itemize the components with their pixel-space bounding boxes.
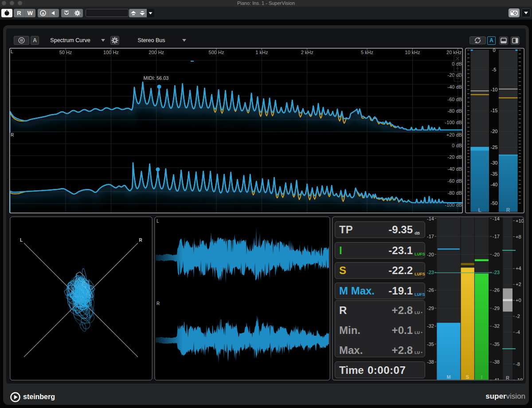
svg-text:Max.: Max. bbox=[339, 344, 363, 356]
svg-text:-23: -23 bbox=[493, 270, 500, 275]
svg-text:Min.: Min. bbox=[339, 324, 360, 336]
svg-text:+4: +4 bbox=[516, 266, 521, 271]
svg-text:10 kHz: 10 kHz bbox=[405, 50, 420, 55]
svg-text:L: L bbox=[11, 49, 13, 54]
svg-text:R: R bbox=[506, 375, 509, 381]
svg-text:LUFS: LUFS bbox=[415, 252, 425, 256]
svg-text:+0.1: +0.1 bbox=[392, 324, 413, 336]
svg-text:Time: Time bbox=[339, 364, 364, 376]
svg-text:-20: -20 bbox=[491, 129, 498, 134]
svg-text:-80 dB: -80 dB bbox=[448, 108, 462, 114]
svg-text:-60 dB: -60 dB bbox=[448, 178, 462, 184]
svg-text:LUFS: LUFS bbox=[415, 292, 425, 297]
svg-text:-38: -38 bbox=[493, 359, 500, 365]
svg-text:a: a bbox=[42, 11, 44, 16]
svg-text:2 kHz: 2 kHz bbox=[301, 50, 313, 55]
svg-text:LU •: LU • bbox=[415, 310, 422, 315]
svg-text:-20: -20 bbox=[427, 252, 434, 257]
svg-text:-38: -38 bbox=[427, 359, 434, 365]
svg-text:-60 dB: -60 dB bbox=[448, 97, 462, 102]
svg-text:+10: +10 bbox=[516, 218, 524, 224]
svg-text:1 kHz: 1 kHz bbox=[255, 50, 268, 55]
svg-text:-40: -40 bbox=[491, 182, 498, 187]
svg-text:MIDI: 56.03: MIDI: 56.03 bbox=[144, 75, 169, 81]
svg-text:-32: -32 bbox=[427, 323, 434, 329]
svg-text:-10: -10 bbox=[491, 87, 498, 92]
svg-text:I: I bbox=[339, 244, 342, 256]
svg-text:-32: -32 bbox=[493, 323, 500, 329]
svg-text:0: 0 bbox=[493, 48, 495, 53]
svg-text:-35: -35 bbox=[493, 341, 500, 347]
svg-text:TP: TP bbox=[339, 224, 353, 235]
svg-text:-8: -8 bbox=[516, 361, 520, 367]
svg-text:-19.1: -19.1 bbox=[388, 285, 413, 297]
svg-text:-20 dB: -20 dB bbox=[448, 154, 462, 160]
svg-text:+2.8: +2.8 bbox=[392, 344, 413, 356]
svg-text:R: R bbox=[139, 238, 142, 243]
svg-text:0 dB: 0 dB bbox=[452, 143, 462, 148]
svg-text:+20 dB: +20 dB bbox=[446, 132, 462, 137]
svg-text:S: S bbox=[466, 374, 469, 380]
svg-text:-29: -29 bbox=[493, 306, 500, 311]
svg-text:R: R bbox=[339, 304, 347, 316]
svg-text:LU •: LU • bbox=[415, 330, 422, 335]
svg-text:L: L bbox=[156, 219, 159, 224]
svg-text:LUFS: LUFS bbox=[415, 272, 425, 276]
svg-text:-25: -25 bbox=[491, 145, 498, 150]
svg-text:-30: -30 bbox=[491, 160, 498, 165]
svg-text:dB: dB bbox=[415, 231, 420, 235]
svg-text:-50: -50 bbox=[491, 200, 498, 206]
svg-text:+2.8: +2.8 bbox=[392, 304, 413, 316]
svg-text:100 Hz: 100 Hz bbox=[103, 50, 119, 55]
svg-text:-17: -17 bbox=[493, 234, 500, 239]
svg-text:R: R bbox=[506, 207, 510, 213]
svg-text:I: I bbox=[481, 374, 482, 380]
svg-text:-15: -15 bbox=[491, 108, 498, 113]
svg-text:S: S bbox=[339, 264, 346, 276]
svg-text:-26: -26 bbox=[427, 287, 434, 293]
svg-text:-2: -2 bbox=[516, 314, 520, 319]
svg-text:20 kHz: 20 kHz bbox=[446, 50, 462, 55]
svg-text:R: R bbox=[11, 133, 14, 137]
svg-text:+0: +0 bbox=[516, 298, 521, 303]
svg-text:LU •: LU • bbox=[415, 350, 422, 355]
svg-text:-5: -5 bbox=[492, 67, 497, 72]
svg-text:-23.1: -23.1 bbox=[388, 244, 413, 256]
svg-text:-22.2: -22.2 bbox=[388, 264, 413, 276]
svg-text:L: L bbox=[478, 207, 481, 213]
svg-text:-23: -23 bbox=[427, 270, 434, 275]
svg-text:-26: -26 bbox=[493, 287, 500, 293]
svg-text:-35: -35 bbox=[491, 171, 498, 177]
svg-text:200 Hz: 200 Hz bbox=[149, 50, 164, 55]
svg-text:M Max.: M Max. bbox=[339, 285, 375, 297]
svg-text:-20 dB: -20 dB bbox=[448, 72, 462, 78]
svg-text:-40 dB: -40 dB bbox=[448, 166, 462, 172]
svg-text:-100 dB: -100 dB bbox=[445, 120, 462, 125]
svg-text:R: R bbox=[156, 301, 160, 306]
svg-text:-9.35: -9.35 bbox=[388, 224, 413, 235]
svg-text:+8: +8 bbox=[516, 234, 521, 239]
svg-text:-20: -20 bbox=[493, 252, 500, 257]
svg-text:-35: -35 bbox=[427, 341, 434, 347]
svg-text:L: L bbox=[20, 238, 23, 243]
svg-text:-4: -4 bbox=[516, 330, 520, 335]
svg-text:-29: -29 bbox=[427, 306, 434, 311]
svg-text:M: M bbox=[446, 374, 450, 380]
svg-text:5 kHz: 5 kHz bbox=[361, 50, 373, 55]
svg-text:-80 dB: -80 dB bbox=[448, 190, 462, 196]
svg-text:50 Hz: 50 Hz bbox=[59, 50, 72, 55]
svg-text:-17: -17 bbox=[427, 234, 434, 239]
svg-text:-14: -14 bbox=[427, 216, 434, 221]
svg-text:+2: +2 bbox=[516, 282, 521, 287]
svg-text:-40 dB: -40 dB bbox=[448, 84, 462, 90]
svg-text:500 Hz: 500 Hz bbox=[209, 50, 224, 55]
svg-text:-14: -14 bbox=[493, 216, 500, 221]
svg-text:0:00:07: 0:00:07 bbox=[368, 364, 406, 376]
